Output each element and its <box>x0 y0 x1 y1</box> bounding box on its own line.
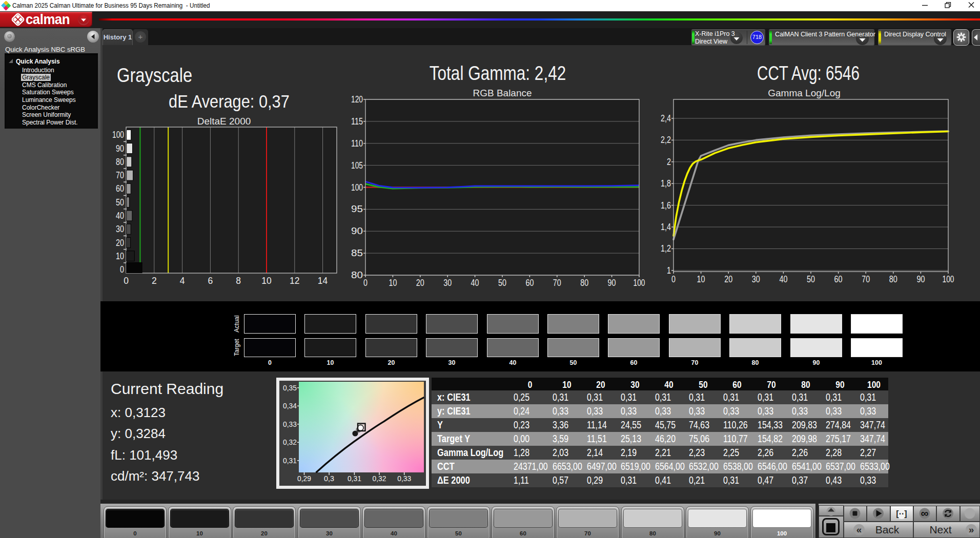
svg-text:90: 90 <box>116 143 124 154</box>
svg-text:10: 10 <box>261 276 272 286</box>
svg-text:0,33: 0,33 <box>283 420 297 428</box>
svg-text:20: 20 <box>416 278 424 288</box>
svg-text:10: 10 <box>116 251 124 261</box>
svg-text:8: 8 <box>236 276 241 286</box>
svg-text:0,29: 0,29 <box>297 474 311 483</box>
svg-text:115: 115 <box>351 116 363 127</box>
svg-text:10: 10 <box>697 274 705 284</box>
svg-text:DeltaE 2000: DeltaE 2000 <box>197 116 251 127</box>
svg-text:30: 30 <box>752 274 760 284</box>
svg-text:Gamma Log/Log: Gamma Log/Log <box>768 88 841 98</box>
svg-text:80: 80 <box>580 278 588 288</box>
svg-text:∞: ∞ <box>921 507 929 519</box>
svg-text:40: 40 <box>116 211 124 221</box>
svg-text:«: « <box>856 524 862 535</box>
svg-text:70: 70 <box>116 170 124 180</box>
svg-text:50: 50 <box>498 278 506 288</box>
svg-text:100: 100 <box>351 182 363 193</box>
svg-text:80: 80 <box>116 157 124 167</box>
svg-text:90: 90 <box>351 226 363 236</box>
svg-text:RGB Balance: RGB Balance <box>473 88 532 98</box>
svg-text:Next: Next <box>929 524 951 535</box>
svg-text:70: 70 <box>862 274 870 284</box>
svg-text:1,4: 1,4 <box>661 222 671 232</box>
svg-text:[··]: [··] <box>896 509 907 518</box>
svg-text:100: 100 <box>943 274 954 284</box>
svg-text:0,3: 0,3 <box>324 474 334 483</box>
svg-text:95: 95 <box>351 204 363 214</box>
svg-text:10: 10 <box>389 278 397 288</box>
svg-text:40: 40 <box>779 274 787 284</box>
svg-text:0: 0 <box>120 264 124 275</box>
svg-text:0,31: 0,31 <box>283 457 297 465</box>
svg-text:50: 50 <box>807 274 815 284</box>
svg-text:1,6: 1,6 <box>661 200 671 211</box>
svg-text:1: 1 <box>667 265 671 276</box>
svg-text:0,35: 0,35 <box>283 384 297 392</box>
svg-text:100: 100 <box>112 130 124 140</box>
svg-text:0,34: 0,34 <box>283 402 297 410</box>
svg-text:90: 90 <box>608 278 616 288</box>
svg-text:90: 90 <box>916 274 925 284</box>
svg-text:30: 30 <box>443 278 452 288</box>
svg-text:6: 6 <box>208 276 213 286</box>
svg-text:2,2: 2,2 <box>661 135 671 145</box>
svg-text:0,31: 0,31 <box>348 474 361 483</box>
svg-text:60: 60 <box>525 278 534 288</box>
svg-text:1,8: 1,8 <box>661 178 671 189</box>
svg-text:100: 100 <box>634 278 645 288</box>
svg-text:70: 70 <box>553 278 561 288</box>
svg-text:2: 2 <box>667 157 671 167</box>
svg-text:80: 80 <box>351 270 363 280</box>
svg-text:60: 60 <box>116 183 124 194</box>
svg-text:20: 20 <box>724 274 732 284</box>
svg-text:0: 0 <box>671 274 676 284</box>
svg-text:2: 2 <box>152 276 157 286</box>
svg-text:110: 110 <box>351 138 363 149</box>
svg-text:80: 80 <box>889 274 897 284</box>
svg-text:0,32: 0,32 <box>283 438 297 446</box>
svg-text:20: 20 <box>116 238 124 248</box>
svg-text:0: 0 <box>124 276 129 286</box>
svg-text:60: 60 <box>834 274 843 284</box>
svg-text:120: 120 <box>351 94 363 105</box>
svg-text:0,33: 0,33 <box>397 474 411 483</box>
svg-text:1,2: 1,2 <box>661 243 671 254</box>
svg-text:0: 0 <box>363 278 368 288</box>
svg-text:105: 105 <box>351 160 363 171</box>
svg-text:»: » <box>969 524 974 535</box>
svg-text:30: 30 <box>116 224 124 234</box>
svg-text:0,32: 0,32 <box>373 474 386 483</box>
svg-text:50: 50 <box>116 197 124 208</box>
svg-text:12: 12 <box>290 276 299 286</box>
svg-text:14: 14 <box>318 276 328 286</box>
svg-text:40: 40 <box>471 278 479 288</box>
svg-text:85: 85 <box>351 248 363 258</box>
svg-text:2,4: 2,4 <box>661 113 671 123</box>
svg-text:4: 4 <box>180 276 185 286</box>
svg-text:Back: Back <box>875 524 900 535</box>
